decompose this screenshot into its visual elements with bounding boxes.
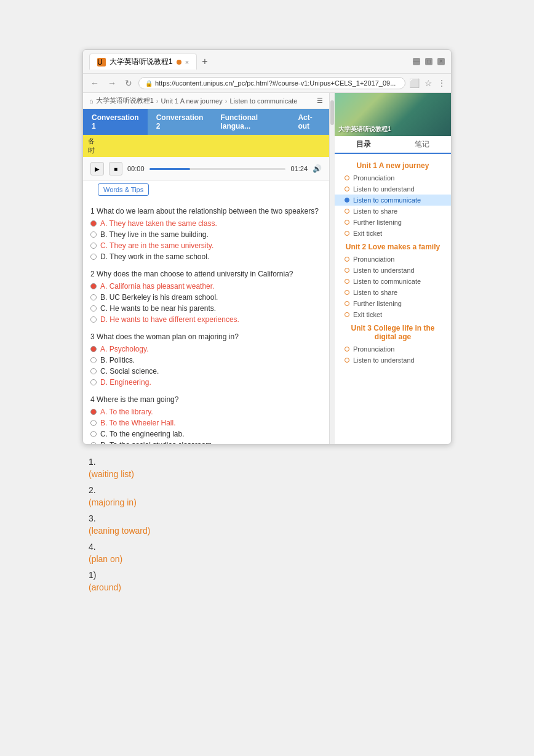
option-q3-C[interactable]: C. Social science. bbox=[90, 367, 322, 376]
option-q2-A[interactable]: A. California has pleasant weather. bbox=[90, 282, 322, 291]
breadcrumb-item-2[interactable]: Unit 1 A new journey bbox=[161, 97, 222, 105]
scroll-bar[interactable] bbox=[329, 93, 334, 444]
option-text: D. Engineering. bbox=[100, 378, 151, 387]
option-text: B. To the Wheeler Hall. bbox=[100, 419, 176, 427]
words-tips-button[interactable]: Words & Tips bbox=[83, 181, 329, 202]
questions-area: 1 What do we learn about the relationshi… bbox=[83, 202, 329, 444]
notice-bar: 各 时 bbox=[83, 135, 329, 157]
play-button[interactable]: ▶ bbox=[90, 162, 104, 175]
forward-button[interactable]: → bbox=[105, 77, 119, 89]
browser-window: U 大学英语听说教程1 × + — □ × ← → ↻ 🔒 https://uc… bbox=[82, 49, 452, 444]
option-text: A. They have taken the same class. bbox=[100, 219, 217, 228]
toc-unit-title: Unit 2 Love makes a family bbox=[335, 239, 451, 254]
toc-item[interactable]: Pronunciation bbox=[335, 172, 451, 183]
toc-item[interactable]: Further listening bbox=[335, 217, 451, 228]
toc-item-label: Listen to share bbox=[353, 207, 397, 215]
tab-conversation-2[interactable]: Conversation 2 bbox=[148, 109, 212, 135]
option-q2-C[interactable]: C. He wants to be near his parents. bbox=[90, 304, 322, 313]
scroll-thumb[interactable] bbox=[330, 100, 334, 125]
toc-item[interactable]: Listen to communicate bbox=[335, 276, 451, 287]
breadcrumb: ⌂ 大学英语听说教程1 › Unit 1 A new journey › Lis… bbox=[83, 93, 329, 109]
main-panel: ⌂ 大学英语听说教程1 › Unit 1 A new journey › Lis… bbox=[83, 93, 329, 444]
toc-item[interactable]: Further listening bbox=[335, 298, 451, 309]
toc-item[interactable]: Exit ticket bbox=[335, 228, 451, 239]
option-q1-B[interactable]: B. They live in the same building. bbox=[90, 230, 322, 239]
option-text: D. He wants to have different experience… bbox=[100, 315, 239, 324]
question-text-3: 3 What does the woman plan on majoring i… bbox=[90, 332, 322, 341]
option-q3-D[interactable]: D. Engineering. bbox=[90, 378, 322, 387]
bookmark-icon[interactable]: ☆ bbox=[424, 78, 432, 88]
toc-item[interactable]: Listen to share bbox=[335, 206, 451, 217]
stop-button[interactable]: ■ bbox=[109, 162, 122, 175]
toc-item[interactable]: Listen to understand bbox=[335, 355, 451, 366]
toc-item[interactable]: Exit ticket bbox=[335, 309, 451, 320]
annotation-phrase: (plan on) bbox=[89, 554, 445, 564]
words-tips-btn[interactable]: Words & Tips bbox=[98, 183, 149, 196]
toc-item[interactable]: Listen to understand bbox=[335, 183, 451, 195]
option-q4-C[interactable]: C. To the engineering lab. bbox=[90, 430, 322, 438]
option-text: C. Social science. bbox=[100, 367, 159, 376]
refresh-button[interactable]: ↻ bbox=[122, 77, 135, 89]
tab-title: 大学英语听说教程1 bbox=[110, 57, 173, 67]
progress-bar[interactable] bbox=[149, 168, 286, 170]
menu-toggle-icon[interactable]: ☰ bbox=[317, 97, 323, 105]
toc-item-label: Listen to communicate bbox=[353, 196, 421, 204]
toc-content: Unit 1 A new journeyPronunciationListen … bbox=[335, 154, 451, 444]
content-tab-bar: Conversation 1 Conversation 2 Functional… bbox=[83, 109, 329, 135]
tab-actout[interactable]: Act-out bbox=[289, 109, 329, 135]
close-button[interactable]: × bbox=[437, 58, 445, 65]
menu-icon[interactable]: ⋮ bbox=[437, 78, 446, 88]
toc-tab-notes[interactable]: 笔记 bbox=[393, 136, 452, 153]
radio-circle bbox=[90, 316, 97, 323]
minimize-button[interactable]: — bbox=[413, 58, 420, 65]
toc-item[interactable]: Pronunciation bbox=[335, 344, 451, 355]
option-q1-C[interactable]: C. They are in the same university. bbox=[90, 241, 322, 250]
question-text-1: 1 What do we learn about the relationshi… bbox=[90, 207, 322, 215]
radio-circle bbox=[90, 409, 97, 415]
toc-dot bbox=[345, 175, 349, 180]
toc-item-label: Listen to understand bbox=[353, 267, 415, 274]
cast-icon[interactable]: ⬜ bbox=[409, 78, 420, 88]
toc-item[interactable]: Listen to communicate bbox=[335, 195, 451, 206]
breadcrumb-item-1[interactable]: 大学英语听说教程1 bbox=[96, 96, 154, 105]
toc-tab-index[interactable]: 目录 bbox=[335, 136, 393, 154]
option-q2-D[interactable]: D. He wants to have different experience… bbox=[90, 315, 322, 324]
option-q1-D[interactable]: D. They work in the same school. bbox=[90, 252, 322, 261]
progress-fill bbox=[149, 168, 191, 170]
option-q4-A[interactable]: A. To the library. bbox=[90, 408, 322, 416]
toc-dot bbox=[345, 290, 349, 295]
radio-circle bbox=[90, 379, 97, 385]
breadcrumb-item-3[interactable]: Listen to communicate bbox=[229, 97, 297, 105]
tab-functional[interactable]: Functional langua... bbox=[212, 109, 289, 135]
toc-item-label: Pronunciation bbox=[353, 345, 394, 353]
volume-icon[interactable]: 🔊 bbox=[313, 164, 322, 173]
toc-item[interactable]: Listen to understand bbox=[335, 265, 451, 276]
url-input[interactable]: 🔒 https://ucontent.unipus.cn/_pc/pc.html… bbox=[138, 77, 405, 89]
question-text-2: 2 Why does the man choose to attend univ… bbox=[90, 270, 322, 278]
maximize-button[interactable]: □ bbox=[425, 58, 432, 65]
option-q1-A[interactable]: A. They have taken the same class. bbox=[90, 219, 322, 228]
annotation-number: 1. bbox=[89, 457, 445, 467]
home-icon: ⌂ bbox=[89, 97, 94, 105]
option-q3-B[interactable]: B. Politics. bbox=[90, 356, 322, 364]
option-q3-A[interactable]: A. Psychology. bbox=[90, 345, 322, 353]
new-tab-button[interactable]: + bbox=[202, 56, 207, 67]
radio-circle bbox=[90, 283, 97, 289]
question-text-4: 4 Where is the man going? bbox=[90, 395, 322, 404]
toc-dot bbox=[345, 279, 349, 284]
tab-close-button[interactable]: × bbox=[185, 58, 189, 66]
annotation-phrase: (waiting list) bbox=[89, 469, 445, 479]
toc-item[interactable]: Listen to share bbox=[335, 287, 451, 298]
back-button[interactable]: ← bbox=[88, 77, 102, 89]
toc-item[interactable]: Pronunciation bbox=[335, 254, 451, 265]
toc-dot bbox=[345, 231, 349, 236]
tab-conversation-1[interactable]: Conversation 1 bbox=[83, 109, 148, 135]
audio-player: ▶ ■ 00:00 01:24 🔊 bbox=[83, 157, 329, 181]
annotation-phrase: (majoring in) bbox=[89, 497, 445, 507]
option-q4-B[interactable]: B. To the Wheeler Hall. bbox=[90, 419, 322, 427]
browser-tab[interactable]: U 大学英语听说教程1 × bbox=[89, 54, 197, 70]
lock-icon: 🔒 bbox=[145, 80, 153, 87]
option-q4-D[interactable]: D. To the social studies classroom. bbox=[90, 441, 322, 444]
question-2: 2 Why does the man choose to attend univ… bbox=[90, 270, 322, 324]
option-q2-B[interactable]: B. UC Berkeley is his dream school. bbox=[90, 293, 322, 302]
